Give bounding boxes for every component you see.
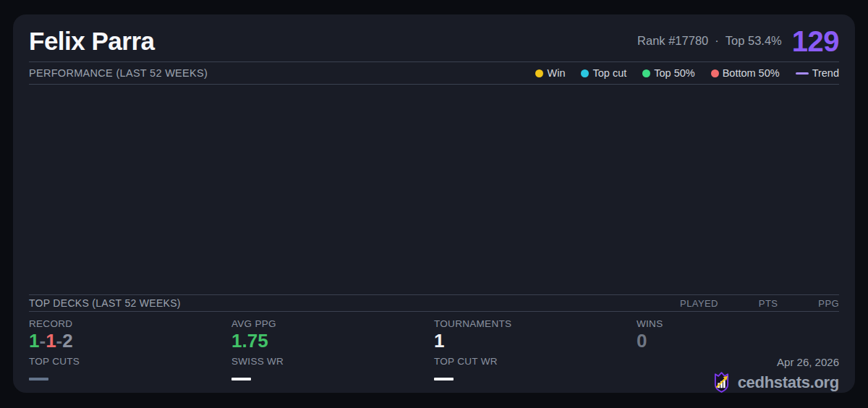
avg-ppg-value: 1.75 (231, 331, 434, 350)
rank-separator: · (715, 34, 719, 48)
date-label: Apr 26, 2026 (777, 356, 839, 368)
performance-header: PERFORMANCE (LAST 52 WEEKS) Win Top cut … (29, 62, 839, 85)
performance-chart-area (29, 85, 839, 294)
top-cut-wr-empty-dash (434, 378, 454, 381)
stat-top-cut-wr: TOP CUT WR (434, 356, 637, 394)
brand-row: cedhstats.org (711, 371, 839, 394)
rank-text: Rank #17780 · Top 53.4% (637, 34, 782, 48)
stat-label: AVG PPG (231, 318, 434, 329)
top-decks-header: TOP DECKS (LAST 52 WEEKS) PLAYED PTS PPG (29, 294, 839, 312)
record-separator: - (56, 330, 63, 352)
column-pts: PTS (759, 298, 778, 309)
chart-legend: Win Top cut Top 50% Bottom 50% Trend (535, 67, 839, 79)
stat-label: TOP CUT WR (434, 356, 637, 367)
legend-label: Bottom 50% (723, 67, 780, 79)
stat-top-cuts: TOP CUTS (29, 356, 231, 394)
legend-item-bottom-50: Bottom 50% (711, 67, 780, 79)
legend-label: Top 50% (654, 67, 694, 79)
player-name: Felix Parra (29, 27, 155, 56)
legend-item-win: Win (535, 67, 565, 79)
record-separator: - (39, 330, 46, 352)
top-cut-dot-icon (581, 69, 589, 77)
stat-wins: WINS 0 (637, 318, 839, 356)
stat-record: RECORD 1-1-2 (29, 318, 231, 356)
rank-top-percent: Top 53.4% (726, 34, 782, 48)
trend-line-icon (796, 72, 809, 75)
legend-label: Top cut (592, 67, 626, 79)
stats-grid: RECORD 1-1-2 AVG PPG 1.75 TOURNAMENTS 1 … (29, 312, 839, 393)
legend-label: Win (547, 67, 565, 79)
top-decks-title: TOP DECKS (LAST 52 WEEKS) (29, 297, 181, 309)
bottom-50-dot-icon (711, 69, 719, 77)
stat-label: RECORD (29, 318, 231, 329)
stat-label: SWISS WR (231, 356, 434, 367)
top-50-dot-icon (642, 69, 650, 77)
top-cuts-empty-dash (29, 378, 48, 381)
record-draws: 2 (62, 330, 72, 352)
rank-number: Rank #17780 (637, 34, 708, 48)
top-decks-columns: PLAYED PTS PPG (680, 298, 839, 309)
column-ppg: PPG (818, 298, 839, 309)
stat-label: TOURNAMENTS (434, 318, 637, 329)
record-wins: 1 (29, 330, 39, 352)
stat-label: WINS (637, 318, 839, 329)
player-stats-card: Felix Parra Rank #17780 · Top 53.4% 129 … (13, 14, 855, 393)
card-header: Felix Parra Rank #17780 · Top 53.4% 129 (29, 14, 839, 62)
legend-item-trend: Trend (796, 67, 839, 79)
stat-tournaments: TOURNAMENTS 1 (434, 318, 637, 356)
swiss-wr-empty-dash (231, 378, 251, 381)
tournaments-value: 1 (434, 331, 637, 350)
stat-label: TOP CUTS (29, 356, 231, 367)
performance-title: PERFORMANCE (LAST 52 WEEKS) (29, 67, 208, 79)
wins-value: 0 (637, 331, 839, 350)
legend-label: Trend (812, 67, 839, 79)
stat-swiss-wr: SWISS WR (231, 356, 434, 394)
brand-name: cedhstats.org (738, 373, 839, 392)
card-footer: Apr 26, 2026 cedhstats.org (637, 356, 839, 394)
legend-item-top-cut: Top cut (581, 67, 626, 79)
win-dot-icon (535, 69, 543, 77)
record-value: 1-1-2 (29, 331, 231, 350)
cedhstats-shield-logo-icon (711, 371, 732, 394)
stat-avg-ppg: AVG PPG 1.75 (231, 318, 434, 356)
legend-item-top-50: Top 50% (642, 67, 694, 79)
record-losses: 1 (46, 330, 56, 352)
player-rating: 129 (792, 27, 839, 56)
column-played: PLAYED (680, 298, 718, 309)
rank-group: Rank #17780 · Top 53.4% 129 (637, 27, 839, 56)
